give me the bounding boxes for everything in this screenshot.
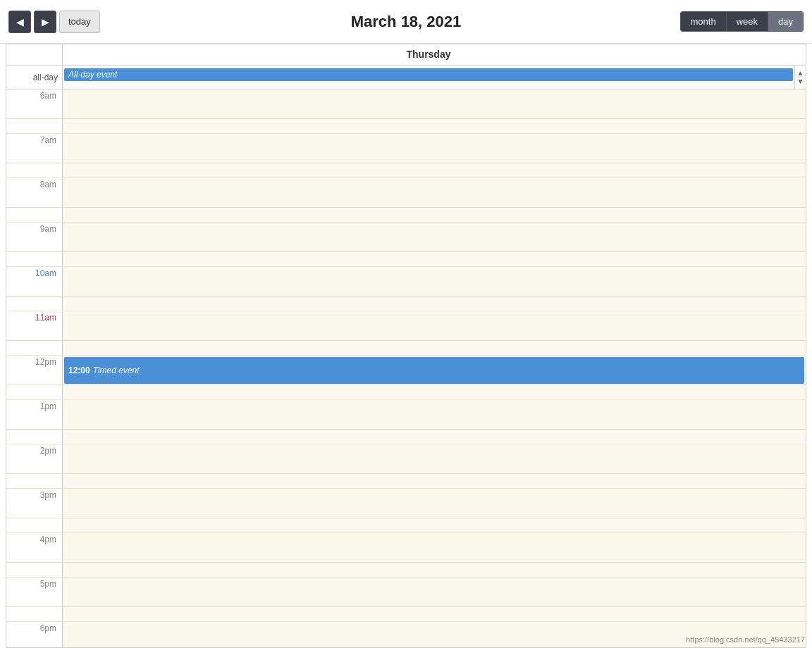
time-row-10am: 10am [6,267,806,297]
time-row-9am: 9am [6,223,806,252]
time-cell-10am[interactable] [63,267,806,296]
time-label-430 [6,563,63,577]
time-cell-1230[interactable] [63,385,806,399]
time-label-830 [6,208,63,222]
time-label-11am: 11am [6,311,63,340]
timed-event-title: Timed event [93,366,140,375]
time-row-1230 [6,385,806,400]
time-row-4pm: 4pm [6,533,806,563]
time-label-4pm: 4pm [6,533,63,562]
time-cell-730[interactable] [63,163,806,177]
time-label-10am: 10am [6,267,63,296]
time-row-2pm: 2pm [6,444,806,474]
time-cell-330[interactable] [63,518,806,532]
time-label-630 [6,119,63,133]
timed-event[interactable]: 12:00 Timed event [64,357,804,384]
time-cell-4pm[interactable] [63,533,806,562]
time-gutter-header [6,44,63,65]
time-cell-630[interactable] [63,119,806,133]
time-cell-430[interactable] [63,563,806,577]
calendar-body: Thursday all-day All-day event ▲ ▼ 6am [6,44,806,648]
allday-scroll-down[interactable]: ▼ [796,77,805,86]
time-row-930 [6,252,806,267]
time-label-7am: 7am [6,134,63,163]
calendar-title: March 18, 2021 [351,13,462,31]
time-label-3pm: 3pm [6,489,63,518]
time-row-6am: 6am [6,89,806,119]
today-button[interactable]: today [59,11,100,33]
time-label-6am: 6am [6,89,63,118]
time-cell-1030[interactable] [63,297,806,311]
time-row-1030 [6,297,806,311]
time-grid-scroll[interactable]: 6am 7am 8am [6,89,806,647]
time-cell-1130[interactable] [63,341,806,355]
calendar-header: ◀ ▶ today March 18, 2021 month week day [0,0,812,44]
time-row-230 [6,474,806,489]
time-row-12pm: 12pm 12:00 Timed event [6,356,806,385]
timed-event-time: 12:00 [68,366,90,375]
day-view-button[interactable]: day [768,12,803,31]
time-row-7am: 7am [6,134,806,163]
time-cell-12pm[interactable]: 12:00 Timed event [63,356,806,385]
time-label-6pm: 6pm [6,622,63,647]
next-button[interactable]: ▶ [34,11,56,33]
time-cell-130[interactable] [63,430,806,444]
time-row-730 [6,163,806,178]
allday-label: all-day [6,66,63,89]
time-label-2pm: 2pm [6,444,63,473]
time-label-130 [6,430,63,444]
footer-url: https://blog.csdn.net/qq_45433217 [686,635,805,644]
time-cell-830[interactable] [63,208,806,222]
time-cell-930[interactable] [63,252,806,266]
time-row-8am: 8am [6,178,806,208]
time-cell-11am[interactable] [63,311,806,340]
time-cell-8am[interactable] [63,178,806,207]
time-cell-7am[interactable] [63,134,806,163]
week-view-button[interactable]: week [727,12,768,31]
month-view-button[interactable]: month [681,12,727,31]
time-cell-5pm[interactable] [63,578,806,606]
time-label-530 [6,607,63,621]
time-label-230 [6,474,63,488]
allday-event[interactable]: All-day event [64,68,793,81]
time-row-630 [6,119,806,134]
time-row-1pm: 1pm [6,400,806,430]
time-row-5pm: 5pm [6,578,806,607]
time-row-430 [6,563,806,578]
time-cell-6am[interactable] [63,89,806,118]
time-label-1230 [6,385,63,399]
time-row-11am: 11am [6,311,806,341]
time-label-1pm: 1pm [6,400,63,429]
time-cell-9am[interactable] [63,223,806,251]
time-label-930 [6,252,63,266]
time-grid: 6am 7am 8am [6,89,806,647]
nav-controls: ◀ ▶ today [8,11,100,33]
allday-scroll-up[interactable]: ▲ [796,69,805,77]
time-row-830 [6,208,806,223]
time-label-1030 [6,297,63,311]
time-row-130 [6,430,806,444]
time-cell-230[interactable] [63,474,806,488]
time-label-1130 [6,341,63,355]
day-column-header: Thursday [63,44,794,65]
time-cell-2pm[interactable] [63,444,806,473]
prev-button[interactable]: ◀ [8,11,31,33]
day-header-row: Thursday [6,44,806,66]
time-label-9am: 9am [6,223,63,251]
time-label-12pm: 12pm [6,356,63,385]
allday-scroll-arrows: ▲ ▼ [794,66,806,89]
time-label-330 [6,518,63,532]
time-row-530 [6,607,806,622]
allday-row: all-day All-day event ▲ ▼ [6,66,806,89]
time-row-330 [6,518,806,533]
time-row-1130 [6,341,806,356]
time-cell-3pm[interactable] [63,489,806,518]
scroll-gutter-header [794,44,806,65]
time-cell-1pm[interactable] [63,400,806,429]
time-label-8am: 8am [6,178,63,207]
time-row-3pm: 3pm [6,489,806,518]
time-cell-530[interactable] [63,607,806,621]
allday-content: All-day event [63,66,794,89]
time-grid-wrapper: 6am 7am 8am [6,89,806,647]
time-label-5pm: 5pm [6,578,63,606]
